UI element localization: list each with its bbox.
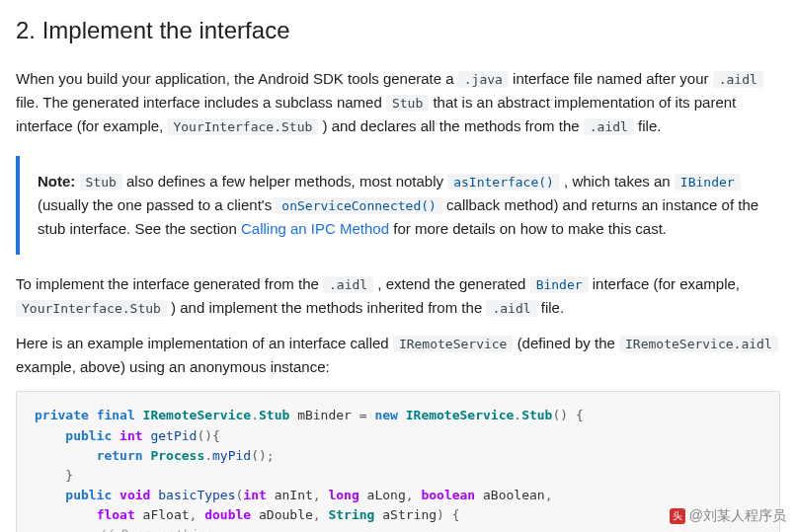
- punct: ,: [313, 488, 321, 502]
- text: interface file named after your: [513, 70, 713, 87]
- code-onserviceconnected: onServiceConnected(): [276, 197, 442, 214]
- punct: ): [437, 507, 444, 522]
- punct: .: [204, 448, 212, 463]
- code-yourinterface-stub: YourInterface.Stub: [167, 118, 318, 135]
- note-block: Note: Stub also defines a few helper met…: [16, 156, 780, 255]
- kw-return: return: [97, 448, 143, 463]
- type-string: String: [328, 507, 374, 522]
- punct: ,: [190, 507, 198, 522]
- text: interface (for example,: [593, 275, 740, 292]
- code-aidl-ext: .aidl: [486, 300, 536, 317]
- id-aboolean: aBoolean: [483, 488, 545, 502]
- punct: }: [65, 468, 73, 483]
- prim-double: double: [204, 507, 251, 522]
- code-asinterface: asInterface(): [447, 174, 560, 190]
- type-process: Process: [150, 448, 204, 463]
- punct: .: [514, 408, 521, 422]
- text: , extend the generated: [377, 275, 529, 292]
- prim-float: float: [97, 507, 135, 522]
- paragraph-3: Here is an example implementation of an …: [16, 332, 780, 379]
- code-block: private final IRemoteService.Stub mBinde…: [16, 391, 780, 532]
- text: file.: [638, 117, 661, 134]
- kw-private: private: [35, 408, 89, 422]
- type-stub: Stub: [521, 408, 552, 422]
- link-ipc-method[interactable]: Calling an IPC Method: [241, 220, 389, 237]
- code-yourinterface-stub: YourInterface.Stub: [16, 300, 167, 317]
- type-iremoteservice: IRemoteService: [406, 408, 515, 422]
- id-adouble: aDouble: [259, 507, 313, 522]
- code-java-ext: .java: [458, 71, 509, 88]
- prim-int: int: [119, 428, 142, 443]
- note-paragraph: Note: Stub also defines a few helper met…: [38, 170, 780, 241]
- kw-public: public: [65, 428, 112, 443]
- text: file.: [541, 299, 564, 316]
- punct: ,: [406, 488, 414, 502]
- section-heading: 2. Implement the interface: [16, 12, 780, 49]
- text: (defined by the: [517, 335, 619, 351]
- text: file. The generated interface includes a…: [16, 94, 386, 111]
- code-stub: Stub: [386, 95, 429, 112]
- fn-getpid: getPid: [150, 428, 197, 443]
- punct: .: [251, 408, 259, 422]
- paragraph-1: When you build your application, the And…: [16, 67, 780, 138]
- text: ) and implement the methods inherited fr…: [171, 299, 486, 316]
- code-binder: Binder: [530, 276, 589, 293]
- text: also defines a few helper methods, most …: [126, 173, 447, 190]
- paragraph-2: To implement the interface generated fro…: [16, 272, 780, 320]
- type-stub: Stub: [259, 408, 289, 422]
- watermark: 头条@刘某人程序员: [670, 504, 786, 526]
- code-aidl-ext: .aidl: [584, 118, 634, 135]
- prim-int: int: [243, 488, 266, 502]
- comment: // Does nothing: [97, 527, 212, 532]
- text: (usually the one passed to a client's: [38, 196, 276, 213]
- text: , which takes an: [564, 173, 675, 190]
- punct: (): [552, 408, 568, 422]
- code-iremoteservice: IRemoteService: [393, 336, 514, 352]
- fn-basictypes: basicTypes: [158, 488, 235, 502]
- id-along: aLong: [367, 488, 406, 502]
- text: ) and declares all the methods from the: [322, 117, 583, 134]
- code-stub: Stub: [80, 174, 122, 190]
- text: [75, 173, 79, 190]
- punct: (){: [197, 428, 219, 443]
- punct: ();: [251, 448, 274, 463]
- prim-boolean: boolean: [421, 488, 475, 502]
- code-iremoteservice-aidl: IRemoteService.aidl: [619, 336, 778, 352]
- note-label: Note:: [38, 173, 75, 190]
- code-aidl-ext: .aidl: [323, 276, 373, 293]
- fn-mypid: myPid: [212, 448, 251, 463]
- text: Here is an example implementation of an …: [16, 335, 393, 351]
- watermark-text: @刘某人程序员: [689, 507, 786, 523]
- code-ibinder: IBinder: [675, 174, 741, 190]
- prim-void: void: [119, 488, 150, 502]
- kw-new: new: [374, 408, 397, 422]
- type-iremoteservice: IRemoteService: [143, 408, 252, 422]
- text: To implement the interface generated fro…: [16, 275, 323, 292]
- id-anint: anInt: [275, 488, 313, 502]
- text: example, above) using an anonymous insta…: [16, 358, 330, 375]
- code-aidl-ext: .aidl: [713, 71, 763, 88]
- watermark-logo: 头条: [670, 508, 685, 524]
- punct: {: [576, 408, 584, 422]
- punct: {: [452, 507, 460, 522]
- id-mbinder: mBinder: [297, 408, 352, 422]
- punct: ,: [313, 507, 321, 522]
- prim-long: long: [328, 488, 358, 502]
- text: When you build your application, the And…: [16, 70, 458, 87]
- id-astring: aString: [382, 507, 437, 522]
- punct: ,: [545, 488, 553, 502]
- kw-public: public: [65, 488, 112, 502]
- id-afloat: aFloat: [143, 507, 190, 522]
- punct: =: [359, 408, 367, 422]
- text: for more details on how to make this cas…: [393, 220, 667, 237]
- kw-final: final: [97, 408, 135, 422]
